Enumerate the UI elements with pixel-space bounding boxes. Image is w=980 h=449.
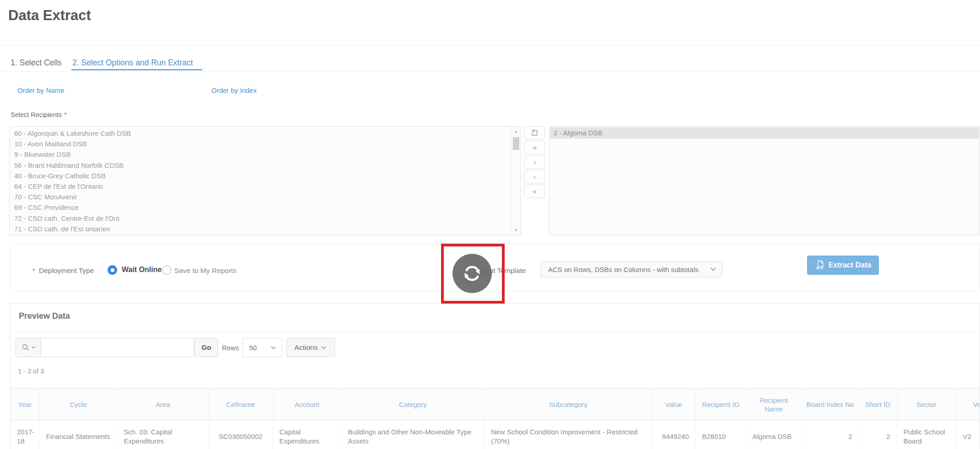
xls-file-icon: XLS	[815, 260, 825, 270]
col-header-subcategory[interactable]: Subcategory	[485, 389, 652, 421]
col-header-sector[interactable]: Sector	[897, 389, 956, 421]
double-left-icon: «	[533, 187, 537, 196]
cell-cycle: Financial Statements	[39, 421, 117, 449]
shuttle-move-all-left-button[interactable]: «	[524, 185, 545, 198]
shuttle-move-right-button[interactable]: ›	[524, 155, 545, 169]
col-header-short-id[interactable]: Short ID	[859, 389, 897, 421]
required-asterisk: *	[32, 267, 35, 275]
save-to-my-reports-label[interactable]: Save to My Reports	[174, 267, 237, 275]
actions-button[interactable]: Actions	[286, 338, 335, 357]
search-input[interactable]	[41, 338, 194, 357]
available-recipients-items: 60 - Algonquin & Lakeshore Cath DSB 10 -…	[10, 127, 521, 234]
select-recipients-text: Select Recipients	[11, 111, 62, 118]
list-item[interactable]: 40 - Bruce-Grey Catholic DSB	[10, 171, 521, 181]
preview-divider	[11, 331, 980, 332]
actions-label: Actions	[295, 343, 318, 352]
preview-data-title: Preview Data	[19, 311, 70, 321]
col-header-recipient-id[interactable]: Recipient ID	[695, 389, 746, 421]
pagination-status: 1 - 3 of 3	[18, 368, 44, 375]
deployment-type-label: Deployment Type	[39, 267, 94, 275]
extract-data-label: Extract Data	[829, 261, 871, 269]
tabbar-divider	[0, 71, 980, 72]
save-to-my-reports-radio[interactable]	[162, 265, 172, 275]
svg-text:XLS: XLS	[816, 266, 823, 270]
wait-online-label[interactable]: Wait Online	[122, 266, 162, 274]
list-item[interactable]: 60 - Algonquin & Lakeshore Cath DSB	[10, 128, 521, 139]
scrollbar-thumb[interactable]	[513, 137, 519, 150]
rows-label: Rows	[222, 344, 239, 352]
header-divider	[0, 45, 980, 45]
cell-value: 8449240	[652, 421, 695, 449]
double-right-icon: »	[533, 143, 537, 152]
chevron-down-icon	[271, 346, 276, 349]
list-item[interactable]: 9 - Bluewater DSB	[10, 149, 521, 160]
right-icon: ›	[533, 158, 536, 167]
cell-recipient-name: Algoma DSB	[746, 421, 802, 449]
cell-version: V2	[956, 421, 980, 449]
annotation-highlight-box	[441, 244, 505, 304]
table-row: 2017-18 Financial Statements Sch. 03: Ca…	[11, 421, 980, 449]
col-header-cycle[interactable]: Cycle	[39, 389, 117, 421]
cell-cellname: SC030050002	[209, 421, 273, 449]
rows-value: 50	[243, 344, 271, 352]
shuttle-reset-button[interactable]	[524, 126, 545, 139]
selected-list-item[interactable]: 2 - Algoma DSB	[550, 127, 979, 139]
preview-data-region: Preview Data Go Rows 50 Actions 1 - 3 of…	[10, 303, 980, 449]
chevron-down-icon	[32, 346, 36, 349]
cell-account: Capital Expenditures	[273, 421, 341, 449]
list-item[interactable]: 71 - CSD cath. de l'Est ontarien	[10, 224, 521, 234]
preview-table: Year Cycle Area Cellname Account Categor…	[11, 388, 980, 449]
output-template-select[interactable]: ACS on Rows, DSBs on Columns - with subt…	[540, 261, 722, 278]
cell-category: Buildings and Other Non-Moveable Type As…	[341, 421, 485, 449]
reset-icon	[531, 129, 538, 137]
select-recipients-label: Select Recipients*	[11, 111, 67, 118]
col-header-category[interactable]: Category	[341, 389, 485, 421]
col-header-cellname[interactable]: Cellname	[209, 389, 273, 421]
chevron-down-icon	[711, 267, 716, 271]
list-item[interactable]: 72 - CSD cath. Centre-Est de l'Ont.	[10, 213, 521, 224]
selected-recipients-list[interactable]: 2 - Algoma DSB	[549, 126, 980, 235]
go-button[interactable]: Go	[194, 338, 218, 357]
tab-select-options[interactable]: 2. Select Options and Run Extract	[72, 58, 193, 68]
col-header-area[interactable]: Area	[117, 389, 209, 421]
list-item[interactable]: 56 - Brant Haldimand Norfolk CDSB	[10, 160, 521, 171]
col-header-year[interactable]: Year	[11, 389, 39, 421]
search-icon	[22, 343, 30, 352]
col-header-recipient-name[interactable]: Recipient Name	[746, 389, 802, 421]
cell-short-id: 2	[859, 421, 897, 449]
chevron-down-icon	[321, 346, 326, 349]
col-header-version[interactable]: Ve	[956, 389, 980, 421]
left-icon: ‹	[533, 172, 536, 182]
scroll-down-icon[interactable]: ▼	[512, 228, 521, 233]
wait-online-radio[interactable]	[108, 265, 117, 275]
cell-year: 2017-18	[11, 421, 39, 449]
order-by-index-link[interactable]: Order by Index	[211, 86, 257, 94]
shuttle-move-all-right-button[interactable]: »	[524, 141, 545, 154]
shuttle-move-left-button[interactable]: ‹	[524, 170, 545, 183]
list-item[interactable]: 70 - CSC MonAvenir	[10, 192, 521, 202]
required-asterisk: *	[64, 111, 67, 118]
list-item[interactable]: 69 - CSC Providence	[10, 202, 521, 213]
search-options-button[interactable]	[16, 338, 41, 357]
cell-sector: Public School Board	[897, 421, 956, 449]
table-header-row: Year Cycle Area Cellname Account Categor…	[11, 389, 980, 421]
col-header-board-index-no[interactable]: Board Index No	[802, 389, 859, 421]
cell-board-index-no: 2	[802, 421, 859, 449]
col-header-value[interactable]: Value	[652, 389, 695, 421]
search-group	[16, 338, 194, 357]
available-recipients-list[interactable]: 60 - Algonquin & Lakeshore Cath DSB 10 -…	[9, 126, 521, 235]
list-scrollbar[interactable]: ▲ ▼	[511, 127, 521, 235]
col-header-account[interactable]: Account	[273, 389, 341, 421]
tab-select-cells[interactable]: 1. Select Cells	[11, 58, 62, 68]
cell-recipient-id: B28010	[695, 421, 746, 449]
extract-data-button[interactable]: XLS Extract Data	[807, 256, 879, 275]
output-template-value: ACS on Rows, DSBs on Columns - with subt…	[541, 266, 711, 273]
scroll-up-icon[interactable]: ▲	[512, 129, 521, 134]
cell-area: Sch. 03: Capital Expenditures	[117, 421, 209, 449]
preview-toolbar: Go Rows 50 Actions	[16, 338, 335, 357]
order-by-name-link[interactable]: Order by Name	[17, 86, 65, 94]
list-item[interactable]: 10 - Avon Maitland DSB	[10, 139, 521, 149]
cell-subcategory: New School Condition Improvement - Restr…	[485, 421, 652, 449]
list-item[interactable]: 64 - CEP de l'Est de l'Ontario	[10, 181, 521, 192]
rows-select[interactable]: 50	[242, 338, 282, 357]
